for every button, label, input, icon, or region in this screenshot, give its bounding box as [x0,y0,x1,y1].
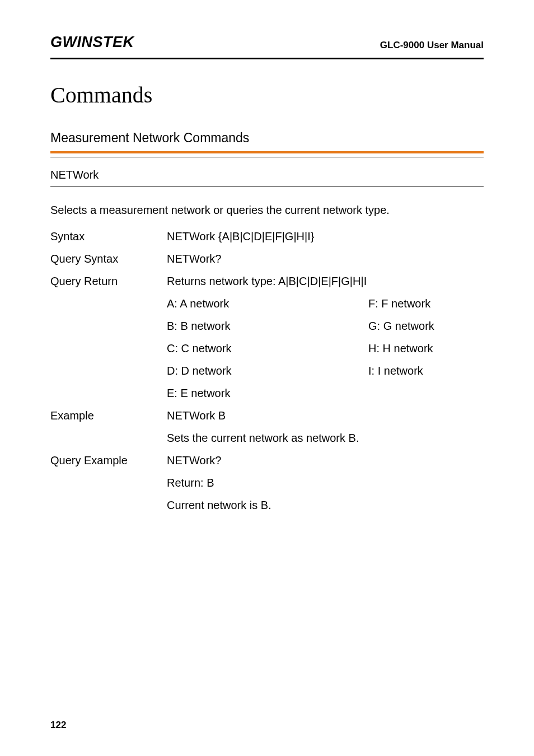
network-h: H: H network [368,340,484,357]
network-c-row: C: C network H: H network [50,340,484,357]
example-row2: Sets the current network as network B. [50,430,484,446]
command-divider [50,186,484,186]
example-label: Example [50,407,167,424]
brand-logo: GWINSTEK [50,34,134,51]
example-row: Example NETWork B [50,407,484,424]
network-a-row: A: A network F: F network [50,295,484,312]
query-example-value2: Return: B [167,474,484,491]
subsection-heading-measurement: Measurement Network Commands [50,130,484,146]
header-divider [50,58,484,59]
example-value1: NETWork B [167,407,484,424]
query-example-value1: NETWork? [167,452,484,469]
network-e-row: E: E network [50,385,484,402]
network-g: G: G network [368,318,484,334]
network-c: C: C network [167,340,368,357]
page-header: GWINSTEK GLC-9000 User Manual [50,34,484,51]
thin-divider [50,157,484,157]
query-example-row2: Return: B [50,474,484,491]
manual-title: GLC-9000 User Manual [380,40,484,51]
command-name-network: NETWork [50,169,484,181]
query-example-value3: Current network is B. [167,497,484,514]
command-description: Selects a measurement network or queries… [50,202,484,218]
query-example-label: Query Example [50,452,167,469]
query-syntax-label: Query Syntax [50,250,167,267]
query-syntax-value: NETWork? [167,250,484,267]
query-example-row: Query Example NETWork? [50,452,484,469]
query-return-value: Returns network type: A|B|C|D|E|F|G|H|I [167,273,484,290]
network-i: I: I network [368,362,484,379]
network-d: D: D network [167,362,368,379]
query-example-row3: Current network is B. [50,497,484,514]
network-a: A: A network [167,295,368,312]
query-return-label: Query Return [50,273,167,290]
network-b-row: B: B network G: G network [50,318,484,334]
network-e: E: E network [167,385,484,402]
network-d-row: D: D network I: I network [50,362,484,379]
network-b: B: B network [167,318,368,334]
page-number: 122 [50,720,66,731]
query-syntax-row: Query Syntax NETWork? [50,250,484,267]
syntax-value: NETWork {A|B|C|D|E|F|G|H|I} [167,228,484,245]
accent-divider [50,151,484,153]
query-return-row: Query Return Returns network type: A|B|C… [50,273,484,290]
syntax-label: Syntax [50,228,167,245]
network-f: F: F network [368,295,484,312]
example-value2: Sets the current network as network B. [167,430,484,446]
syntax-row: Syntax NETWork {A|B|C|D|E|F|G|H|I} [50,228,484,245]
section-heading-commands: Commands [50,82,484,108]
